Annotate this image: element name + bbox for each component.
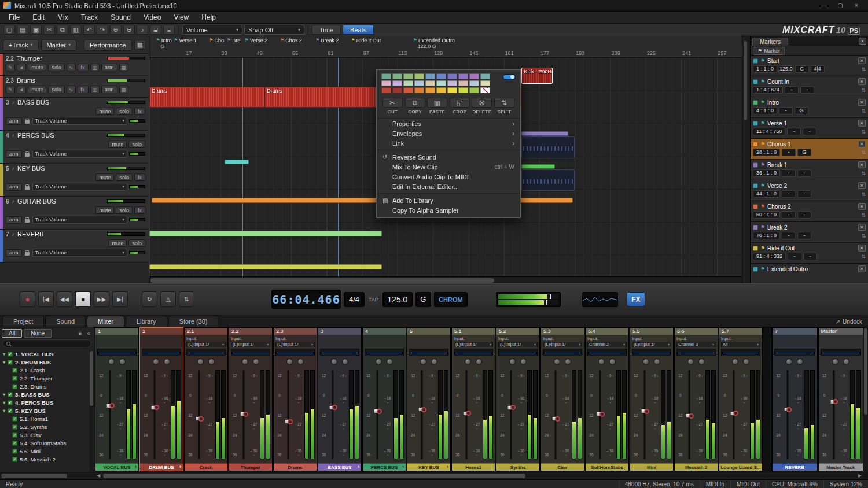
pan-knob[interactable] xyxy=(108,358,115,365)
mixer-tree-item[interactable]: ▾ ✓ 5.6. Messiah 2 xyxy=(0,455,89,463)
mute-button[interactable]: mute xyxy=(95,108,114,115)
automation-icon[interactable]: ∿ xyxy=(67,86,76,93)
clip-action-button[interactable]: ⧉ COPY xyxy=(405,98,425,114)
metronome-icon[interactable]: ♪ xyxy=(137,25,148,35)
mixer-tree-item[interactable]: ▾ ✓ 5.2. Synths xyxy=(0,423,89,431)
send-knob[interactable] xyxy=(654,358,660,365)
eq-display[interactable] xyxy=(142,349,181,356)
lock-icon[interactable] xyxy=(25,153,30,157)
clip-drums[interactable]: Drums xyxy=(264,87,380,108)
marker-row[interactable]: ⚑ Verse 1 × 11 : 4 : 750 - - ⇅ xyxy=(751,118,868,139)
performance-panel-button[interactable]: Performance xyxy=(84,39,132,51)
marker-key[interactable]: C xyxy=(795,65,809,73)
marker-tempo[interactable]: - xyxy=(788,253,801,260)
expand-arrow-icon[interactable]: ▾ xyxy=(3,352,5,357)
pan-knob[interactable] xyxy=(832,358,838,365)
gain-knob[interactable] xyxy=(599,412,605,417)
checkbox-icon[interactable]: ✓ xyxy=(8,360,13,365)
redo-icon[interactable]: ↷ xyxy=(97,25,108,35)
marker-spinner-icon[interactable]: ⇅ xyxy=(861,191,866,197)
maximize-button[interactable]: ▢ xyxy=(832,1,848,11)
menu-item[interactable]: File xyxy=(2,12,26,23)
mixer-channel-strip[interactable]: 3 ▾ 120122436 9182736 xyxy=(318,327,362,471)
clip-action-button[interactable]: ✂ CUT xyxy=(382,98,403,114)
prev-button[interactable]: |◀ xyxy=(38,291,54,307)
add-send-icon[interactable]: + xyxy=(402,464,404,469)
timeline-marker[interactable]: ⚑Verse 1 xyxy=(174,38,197,43)
checkbox-icon[interactable]: ✓ xyxy=(12,416,17,422)
color-swatch[interactable] xyxy=(403,87,413,93)
color-swatch[interactable] xyxy=(414,87,424,93)
track-volume-dropdown[interactable]: Track Volume▾ xyxy=(32,249,128,257)
color-swatch[interactable] xyxy=(447,80,457,86)
marker-tempo[interactable]: - xyxy=(779,107,793,114)
pan-knob[interactable] xyxy=(509,358,516,365)
edit-icon[interactable]: ✎ xyxy=(6,86,15,93)
solo-button[interactable]: solo xyxy=(128,141,145,148)
mixer-vscrollbar[interactable] xyxy=(863,327,868,471)
mixer-tree-item[interactable]: ▾ ✓ 4. PERCS BUS xyxy=(0,398,89,406)
marker-key[interactable]: - xyxy=(803,128,816,135)
marker-position[interactable]: 1 : 4 : 874 xyxy=(753,86,783,94)
context-menu-item[interactable]: Properties› xyxy=(377,119,520,128)
signature-display[interactable]: 4/4 xyxy=(344,292,365,307)
channel-name-label[interactable]: DRUM BUS+ xyxy=(140,463,183,471)
pan-knob[interactable] xyxy=(786,358,792,365)
color-swatch[interactable] xyxy=(447,73,457,79)
metronome-button[interactable]: △ xyxy=(160,291,176,307)
clip-midi[interactable] xyxy=(521,169,575,191)
channel-name-label[interactable]: REVERB xyxy=(773,463,817,471)
mixer-channel-strip[interactable]: 2.3 Input: (L)\Input 1/▾ 120122436 9 xyxy=(273,327,317,471)
arm-button[interactable]: arm xyxy=(101,86,117,93)
monitor-icon[interactable]: ◄ xyxy=(17,64,27,71)
gain-knob[interactable] xyxy=(421,407,426,412)
expand-arrow-icon[interactable]: ▾ xyxy=(3,392,5,397)
input-select[interactable]: Channel 2▾ xyxy=(587,342,627,347)
add-marker-button[interactable]: ⚑Marker xyxy=(753,47,785,55)
eq-display[interactable] xyxy=(721,349,760,356)
pan-knob[interactable] xyxy=(153,358,159,365)
marker-row[interactable]: ⚑ Start × 1 : 1 : 0 125.0 C 4|4 ⇅ xyxy=(751,56,868,76)
pan-knob[interactable] xyxy=(376,358,382,365)
context-menu-item[interactable]: Envelopes› xyxy=(377,128,520,138)
close-panel-icon[interactable]: × xyxy=(859,38,866,45)
send-knob[interactable] xyxy=(253,358,259,365)
track-row[interactable]: 2.2 Thumper ✎ ◄ mute solo ∿ fx ▥ arm ▦ xyxy=(0,54,149,76)
eq-display[interactable] xyxy=(409,349,448,356)
marker-signature[interactable]: 4|4 xyxy=(811,65,825,73)
input-select[interactable]: Channel 3▾ xyxy=(676,342,716,347)
marker-spinner-icon[interactable]: ⇅ xyxy=(861,87,866,93)
pan-knob[interactable] xyxy=(242,358,248,365)
time-mode-button[interactable]: Time xyxy=(312,25,341,35)
input-select[interactable]: (L)\Input 1/▾ xyxy=(231,342,270,347)
bottom-tab[interactable]: Project xyxy=(2,316,44,327)
clip-action-button[interactable]: ▥ PASTE xyxy=(427,98,447,114)
channel-name-label[interactable]: SoftHornStabs+ xyxy=(586,463,628,471)
mixer-channel-strip[interactable]: 5.3 Input: (L)\Input 1/▾ 120122436 9 xyxy=(540,327,584,471)
marker-row[interactable]: ⚑ Count In × 1 : 4 : 874 - - ⇅ xyxy=(751,76,868,97)
arm-button[interactable]: arm xyxy=(6,150,22,158)
solo-button[interactable]: solo xyxy=(128,239,145,247)
mixer-tree-item[interactable]: ▾ ✓ 2. DRUM BUS xyxy=(0,358,89,366)
send-knob[interactable] xyxy=(698,358,705,365)
track-volume-dropdown[interactable]: Track Volume▾ xyxy=(32,183,128,191)
send-knob[interactable] xyxy=(431,358,437,365)
snap-dropdown[interactable]: Snap Off▾ xyxy=(244,25,304,35)
fx-button[interactable]: fx xyxy=(134,108,145,115)
loop-button[interactable]: ↻ xyxy=(142,291,157,307)
master-fx-button[interactable]: FX xyxy=(627,292,645,306)
gain-knob[interactable] xyxy=(109,403,115,408)
track-volume-dropdown[interactable]: Track Volume▾ xyxy=(32,150,128,158)
markers-tab[interactable]: Markers xyxy=(752,38,788,46)
channel-name-label[interactable]: BASS BUS+ xyxy=(318,463,361,471)
grid-icon[interactable]: ▦ xyxy=(134,40,146,50)
settings-icon[interactable]: ≡ xyxy=(163,25,175,35)
list-icon[interactable]: ≣ xyxy=(150,25,161,35)
time-display[interactable]: 66:04.466 xyxy=(271,290,341,309)
open-project-icon[interactable]: ▤ xyxy=(17,25,28,35)
marker-tempo[interactable]: - xyxy=(782,211,796,219)
bottom-tab[interactable]: Mixer xyxy=(87,316,124,327)
forward-button[interactable]: ▶▶ xyxy=(94,291,109,307)
mixer-channel-strip[interactable]: 5.1 Input: (L)\Input 1/▾ 120122436 9 xyxy=(451,327,495,471)
arm-button[interactable]: arm xyxy=(101,64,117,71)
